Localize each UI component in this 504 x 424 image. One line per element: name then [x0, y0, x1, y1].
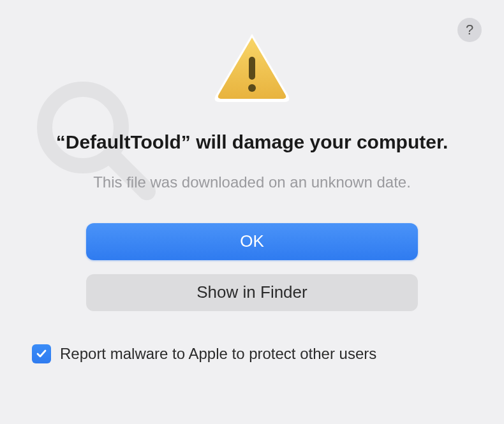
dialog-title: “DefaultToold” will damage your computer… — [56, 130, 448, 154]
show-in-finder-label: Show in Finder — [196, 282, 307, 302]
svg-rect-2 — [249, 57, 255, 80]
ok-button[interactable]: OK — [86, 223, 418, 260]
svg-point-0 — [45, 89, 121, 166]
warning-icon — [211, 29, 293, 108]
report-malware-row: Report malware to Apple to protect other… — [32, 344, 376, 363]
svg-point-3 — [248, 84, 256, 92]
dialog-subtitle: This file was downloaded on an unknown d… — [93, 173, 411, 191]
report-malware-checkbox[interactable] — [32, 344, 51, 363]
help-icon: ? — [466, 22, 473, 38]
show-in-finder-button[interactable]: Show in Finder — [86, 274, 418, 311]
ok-button-label: OK — [240, 231, 264, 251]
checkmark-icon — [35, 347, 48, 360]
report-malware-label: Report malware to Apple to protect other… — [60, 345, 376, 363]
help-button[interactable]: ? — [457, 18, 482, 42]
malware-warning-dialog: ? “DefaultToold” will damage your comput… — [0, 0, 504, 424]
